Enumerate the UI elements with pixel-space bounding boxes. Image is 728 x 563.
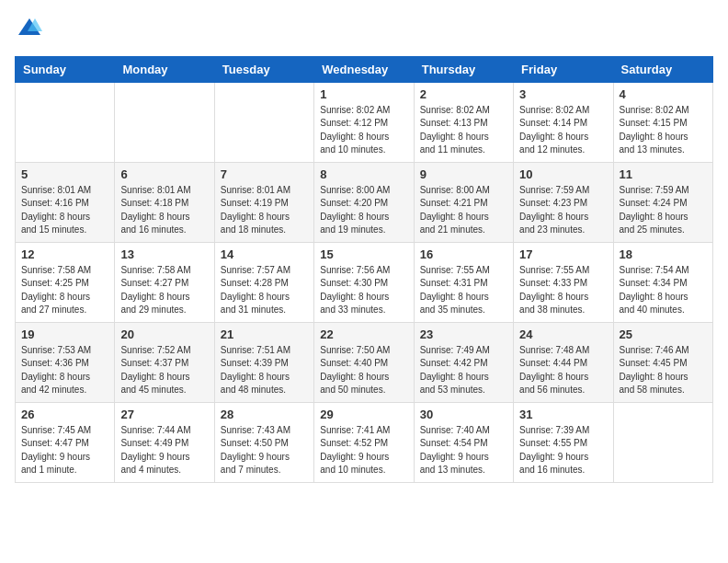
calendar-cell: 13Sunrise: 7:58 AM Sunset: 4:27 PM Dayli… — [115, 242, 214, 322]
page-header — [15, 15, 713, 45]
calendar-cell: 10Sunrise: 7:59 AM Sunset: 4:23 PM Dayli… — [514, 162, 613, 242]
day-info: Sunrise: 7:54 AM Sunset: 4:34 PM Dayligh… — [620, 264, 707, 317]
day-number: 18 — [620, 247, 707, 261]
calendar-cell: 25Sunrise: 7:46 AM Sunset: 4:45 PM Dayli… — [613, 322, 712, 402]
week-row-2: 5Sunrise: 8:01 AM Sunset: 4:16 PM Daylig… — [16, 162, 713, 242]
day-info: Sunrise: 7:48 AM Sunset: 4:44 PM Dayligh… — [519, 344, 607, 397]
calendar-cell: 20Sunrise: 7:52 AM Sunset: 4:37 PM Dayli… — [115, 322, 214, 402]
day-info: Sunrise: 7:55 AM Sunset: 4:33 PM Dayligh… — [519, 264, 607, 317]
day-info: Sunrise: 8:00 AM Sunset: 4:20 PM Dayligh… — [320, 184, 407, 237]
day-info: Sunrise: 8:00 AM Sunset: 4:21 PM Dayligh… — [420, 184, 507, 237]
day-number: 5 — [21, 167, 108, 181]
day-info: Sunrise: 7:58 AM Sunset: 4:27 PM Dayligh… — [120, 264, 208, 317]
day-number: 14 — [221, 247, 308, 261]
calendar-cell: 2Sunrise: 8:02 AM Sunset: 4:13 PM Daylig… — [414, 82, 513, 162]
day-info: Sunrise: 7:51 AM Sunset: 4:39 PM Dayligh… — [221, 344, 308, 397]
calendar-cell — [115, 82, 214, 162]
day-number: 29 — [320, 408, 407, 421]
weekday-header-monday: Monday — [115, 56, 214, 82]
day-number: 9 — [420, 167, 507, 181]
calendar-cell — [613, 402, 712, 482]
calendar-cell: 14Sunrise: 7:57 AM Sunset: 4:28 PM Dayli… — [214, 242, 313, 322]
calendar-cell: 3Sunrise: 8:02 AM Sunset: 4:14 PM Daylig… — [514, 82, 613, 162]
calendar-cell: 21Sunrise: 7:51 AM Sunset: 4:39 PM Dayli… — [214, 322, 313, 402]
calendar-cell — [214, 82, 313, 162]
weekday-header-tuesday: Tuesday — [214, 56, 313, 82]
day-number: 3 — [519, 87, 607, 101]
calendar-cell: 18Sunrise: 7:54 AM Sunset: 4:34 PM Dayli… — [613, 242, 712, 322]
calendar-cell: 24Sunrise: 7:48 AM Sunset: 4:44 PM Dayli… — [514, 322, 613, 402]
weekday-header-sunday: Sunday — [16, 56, 115, 82]
day-info: Sunrise: 7:41 AM Sunset: 4:52 PM Dayligh… — [320, 424, 407, 477]
day-number: 1 — [320, 87, 407, 101]
weekday-header-row: SundayMondayTuesdayWednesdayThursdayFrid… — [16, 56, 713, 82]
day-number: 15 — [320, 247, 407, 261]
day-info: Sunrise: 8:01 AM Sunset: 4:19 PM Dayligh… — [221, 184, 308, 237]
day-number: 24 — [519, 327, 607, 341]
weekday-header-wednesday: Wednesday — [314, 56, 414, 82]
day-info: Sunrise: 7:50 AM Sunset: 4:40 PM Dayligh… — [320, 344, 407, 397]
calendar-cell: 19Sunrise: 7:53 AM Sunset: 4:36 PM Dayli… — [16, 322, 115, 402]
day-number: 11 — [620, 167, 707, 181]
day-number: 7 — [221, 167, 308, 181]
day-number: 30 — [420, 408, 507, 421]
day-info: Sunrise: 7:57 AM Sunset: 4:28 PM Dayligh… — [221, 264, 308, 317]
day-info: Sunrise: 7:40 AM Sunset: 4:54 PM Dayligh… — [420, 424, 507, 477]
day-number: 13 — [120, 247, 208, 261]
day-number: 31 — [519, 408, 607, 421]
calendar-cell: 29Sunrise: 7:41 AM Sunset: 4:52 PM Dayli… — [314, 402, 414, 482]
day-info: Sunrise: 7:58 AM Sunset: 4:25 PM Dayligh… — [21, 264, 108, 317]
week-row-3: 12Sunrise: 7:58 AM Sunset: 4:25 PM Dayli… — [16, 242, 713, 322]
calendar-cell: 11Sunrise: 7:59 AM Sunset: 4:24 PM Dayli… — [613, 162, 712, 242]
day-number: 20 — [120, 327, 208, 341]
day-info: Sunrise: 8:02 AM Sunset: 4:12 PM Dayligh… — [320, 104, 407, 157]
day-number: 28 — [221, 408, 308, 421]
day-info: Sunrise: 7:46 AM Sunset: 4:45 PM Dayligh… — [620, 344, 707, 397]
calendar-cell: 23Sunrise: 7:49 AM Sunset: 4:42 PM Dayli… — [414, 322, 513, 402]
calendar-cell: 7Sunrise: 8:01 AM Sunset: 4:19 PM Daylig… — [214, 162, 313, 242]
day-number: 21 — [221, 327, 308, 341]
day-info: Sunrise: 7:59 AM Sunset: 4:23 PM Dayligh… — [519, 184, 607, 237]
calendar-cell: 16Sunrise: 7:55 AM Sunset: 4:31 PM Dayli… — [414, 242, 513, 322]
day-number: 26 — [21, 408, 108, 421]
weekday-header-saturday: Saturday — [613, 56, 712, 82]
calendar-cell: 1Sunrise: 8:02 AM Sunset: 4:12 PM Daylig… — [314, 82, 414, 162]
day-number: 22 — [320, 327, 407, 341]
day-info: Sunrise: 7:59 AM Sunset: 4:24 PM Dayligh… — [620, 184, 707, 237]
day-number: 8 — [320, 167, 407, 181]
day-info: Sunrise: 8:02 AM Sunset: 4:15 PM Dayligh… — [620, 104, 707, 157]
day-info: Sunrise: 8:02 AM Sunset: 4:13 PM Dayligh… — [420, 104, 507, 157]
calendar-cell: 17Sunrise: 7:55 AM Sunset: 4:33 PM Dayli… — [514, 242, 613, 322]
calendar-cell: 8Sunrise: 8:00 AM Sunset: 4:20 PM Daylig… — [314, 162, 414, 242]
day-number: 27 — [120, 408, 208, 421]
day-info: Sunrise: 7:52 AM Sunset: 4:37 PM Dayligh… — [120, 344, 208, 397]
calendar-cell: 5Sunrise: 8:01 AM Sunset: 4:16 PM Daylig… — [16, 162, 115, 242]
day-info: Sunrise: 7:56 AM Sunset: 4:30 PM Dayligh… — [320, 264, 407, 317]
day-number: 17 — [519, 247, 607, 261]
calendar-cell: 6Sunrise: 8:01 AM Sunset: 4:18 PM Daylig… — [115, 162, 214, 242]
logo — [15, 15, 42, 45]
day-info: Sunrise: 8:01 AM Sunset: 4:18 PM Dayligh… — [120, 184, 208, 237]
day-info: Sunrise: 8:02 AM Sunset: 4:14 PM Dayligh… — [519, 104, 607, 157]
day-number: 12 — [21, 247, 108, 261]
day-info: Sunrise: 7:53 AM Sunset: 4:36 PM Dayligh… — [21, 344, 108, 397]
day-number: 19 — [21, 327, 108, 341]
day-info: Sunrise: 7:39 AM Sunset: 4:55 PM Dayligh… — [519, 424, 607, 477]
weekday-header-thursday: Thursday — [414, 56, 513, 82]
calendar-cell: 12Sunrise: 7:58 AM Sunset: 4:25 PM Dayli… — [16, 242, 115, 322]
logo-icon — [17, 15, 42, 40]
calendar-cell: 28Sunrise: 7:43 AM Sunset: 4:50 PM Dayli… — [214, 402, 313, 482]
week-row-5: 26Sunrise: 7:45 AM Sunset: 4:47 PM Dayli… — [16, 402, 713, 482]
day-info: Sunrise: 7:45 AM Sunset: 4:47 PM Dayligh… — [21, 424, 108, 477]
day-number: 23 — [420, 327, 507, 341]
day-info: Sunrise: 7:43 AM Sunset: 4:50 PM Dayligh… — [221, 424, 308, 477]
day-info: Sunrise: 7:44 AM Sunset: 4:49 PM Dayligh… — [120, 424, 208, 477]
calendar-cell: 22Sunrise: 7:50 AM Sunset: 4:40 PM Dayli… — [314, 322, 414, 402]
calendar-cell: 31Sunrise: 7:39 AM Sunset: 4:55 PM Dayli… — [514, 402, 613, 482]
day-number: 25 — [620, 327, 707, 341]
calendar-cell: 9Sunrise: 8:00 AM Sunset: 4:21 PM Daylig… — [414, 162, 513, 242]
day-info: Sunrise: 7:55 AM Sunset: 4:31 PM Dayligh… — [420, 264, 507, 317]
day-info: Sunrise: 8:01 AM Sunset: 4:16 PM Dayligh… — [21, 184, 108, 237]
day-info: Sunrise: 7:49 AM Sunset: 4:42 PM Dayligh… — [420, 344, 507, 397]
day-number: 16 — [420, 247, 507, 261]
